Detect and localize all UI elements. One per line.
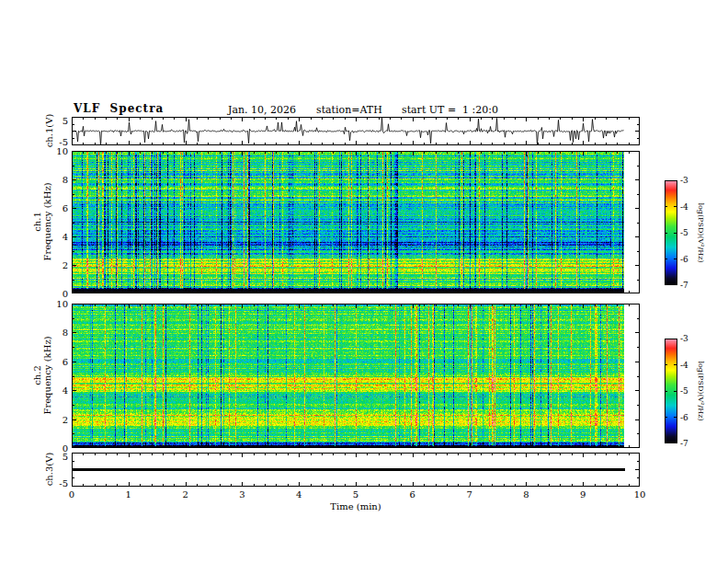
colorbar-tick-label: -3 — [680, 334, 688, 343]
x-tick-label: 7 — [466, 489, 472, 500]
x-tick-label: 9 — [580, 489, 586, 500]
figure-title: VLF Spectra — [74, 102, 164, 115]
y-tick-label: 10 — [56, 299, 68, 309]
x-tick-label: 1 — [126, 489, 131, 500]
colorbar-tick-label: -4 — [680, 202, 688, 212]
vlf-spectra-figure: VLF Spectra Jan. 10, 2026 station=ATH st… — [0, 0, 728, 563]
colorbar-tick-label: -3 — [680, 176, 688, 185]
x-tick-label: 0 — [69, 489, 74, 500]
colorbar2-psd-label: log(PSD)(V²/Hz) — [697, 361, 705, 420]
y-tick-label: 0 — [63, 443, 68, 454]
x-tick-label: 4 — [296, 489, 301, 500]
colorbar-tick-label: -5 — [680, 228, 688, 237]
ch1-spec-frequency-label: Frequency (kHz) — [42, 182, 52, 260]
figure-date: Jan. 10, 2026 — [228, 104, 296, 116]
colorbar-tick-label: -7 — [680, 439, 688, 448]
ch2-spectrogram-panel — [72, 304, 640, 448]
colorbar1-psd-label: log(PSD)(V²/Hz) — [697, 202, 705, 262]
y-tick-label: 8 — [63, 175, 68, 185]
y-tick-label: 2 — [63, 260, 68, 270]
colorbar-tick-label: -7 — [680, 281, 688, 290]
ch3-voltage-axis-label: ch.3(V) — [44, 453, 54, 487]
y-tick-label: 0 — [63, 289, 68, 299]
y-tick-label: 2 — [63, 414, 68, 424]
time-axis-label: Time (min) — [330, 501, 381, 511]
ch1-spectrogram-panel — [72, 151, 640, 293]
y-tick-label: 4 — [63, 232, 68, 242]
y-tick-label: 10 — [56, 146, 68, 156]
station-label: station=ATH — [316, 104, 382, 116]
y-tick-label: 6 — [63, 203, 68, 213]
x-tick-label: 6 — [410, 489, 415, 500]
colorbar-tick-label: -6 — [680, 413, 688, 422]
ch1-colorbar — [665, 180, 677, 285]
x-tick-label: 3 — [239, 489, 245, 500]
ch2-spec-frequency-label: Frequency (kHz) — [42, 336, 52, 414]
colorbar-tick-label: -5 — [680, 386, 688, 396]
y-tick-label: 5 — [63, 116, 68, 126]
ch3-waveform-panel — [72, 453, 640, 487]
y-tick-label: 8 — [63, 327, 68, 338]
ch2-colorbar — [665, 339, 677, 443]
colorbar-tick-label: -4 — [680, 361, 688, 370]
y-tick-label: -5 — [59, 478, 68, 488]
x-tick-label: 2 — [182, 489, 188, 500]
ch1-spec-channel-label: ch.1 — [32, 182, 42, 260]
x-tick-label: 5 — [353, 489, 358, 500]
ch2-spec-channel-label: ch.2 — [32, 336, 42, 414]
colorbar-tick-label: -6 — [680, 255, 688, 264]
ch2-spec-axis-label: ch.2 Frequency (kHz) — [32, 336, 52, 414]
ch1-spec-axis-label: ch.1 Frequency (kHz) — [32, 182, 52, 260]
x-tick-label: 10 — [634, 489, 646, 500]
y-tick-label: 6 — [63, 356, 68, 366]
start-time-label: start UT = 1 :20:0 — [402, 104, 498, 116]
y-tick-label: 4 — [63, 385, 68, 396]
x-tick-label: 8 — [523, 489, 529, 500]
ch1-voltage-axis-label: ch.1(V) — [44, 114, 54, 148]
ch1-waveform-panel — [72, 117, 640, 145]
